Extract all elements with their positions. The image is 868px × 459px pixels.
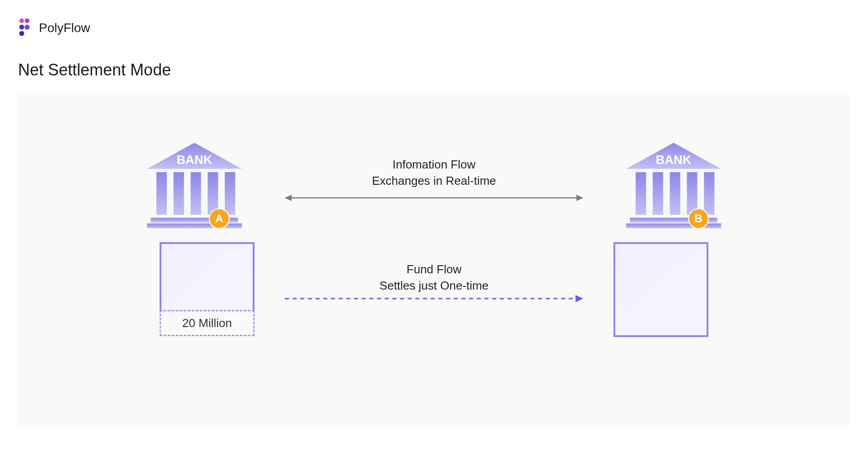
polyflow-logo-icon (18, 18, 33, 38)
bank-b-badge: B (688, 208, 709, 229)
fund-amount-box: 20 Million (160, 310, 255, 336)
svg-rect-18 (704, 172, 714, 215)
fund-amount: 20 Million (182, 316, 232, 330)
bank-a: BANK A (145, 143, 244, 230)
svg-marker-22 (285, 195, 292, 201)
svg-rect-7 (174, 172, 184, 215)
brand-name: PolyFlow (39, 21, 90, 35)
svg-rect-16 (670, 172, 680, 215)
svg-marker-23 (576, 195, 583, 201)
info-flow-line2: Exchanges in Real-time (321, 173, 547, 189)
svg-rect-14 (636, 172, 646, 215)
svg-rect-15 (653, 172, 663, 215)
info-flow-label: Infomation Flow Exchanges in Real-time (321, 156, 547, 189)
fund-box-a (160, 242, 255, 312)
svg-rect-6 (156, 172, 167, 215)
svg-rect-10 (225, 172, 235, 215)
svg-point-4 (19, 31, 24, 36)
svg-marker-25 (576, 295, 583, 302)
fund-box-b (613, 242, 708, 337)
fund-flow-line1: Fund Flow (321, 261, 547, 277)
diagram-title: Net Settlement Mode (18, 61, 850, 80)
svg-point-3 (25, 25, 30, 30)
svg-rect-8 (191, 172, 201, 215)
fund-flow-line2: Settles just One-time (321, 277, 547, 294)
brand: PolyFlow (18, 18, 850, 38)
bank-a-badge: A (209, 208, 230, 229)
svg-point-1 (25, 19, 29, 23)
bank-label: BANK (177, 153, 212, 167)
diagram-canvas: BANK A BANK (18, 93, 850, 427)
svg-point-2 (19, 25, 24, 30)
svg-point-0 (19, 19, 24, 23)
bank-label: BANK (656, 153, 692, 167)
info-flow-line1: Infomation Flow (321, 156, 547, 173)
fund-flow-label: Fund Flow Settles just One-time (321, 261, 547, 294)
bank-b: BANK B (624, 143, 723, 230)
